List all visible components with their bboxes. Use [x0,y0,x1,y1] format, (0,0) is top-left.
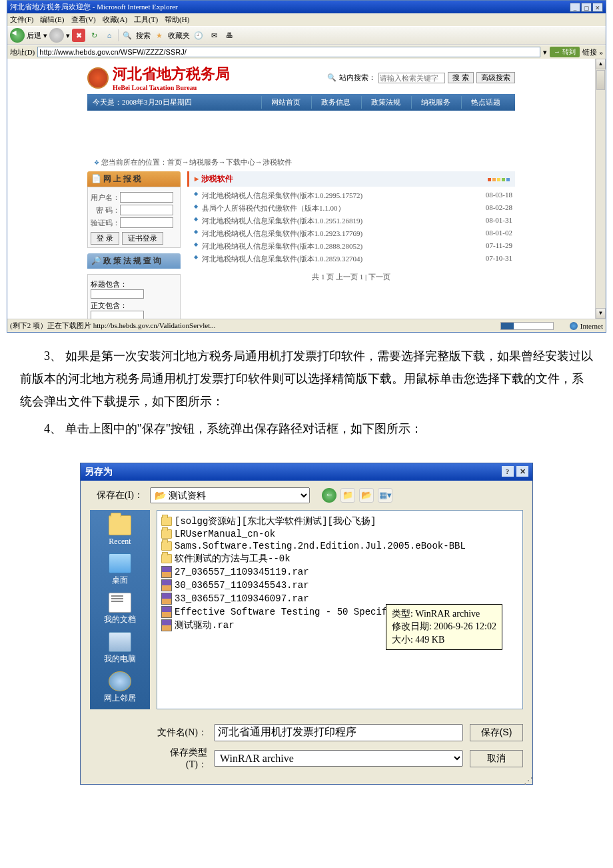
title-contains-label: 标题包含： [91,280,127,288]
nav-back-icon[interactable]: ← [322,488,336,503]
go-button[interactable]: → 转到 [550,47,580,57]
advanced-search-button[interactable]: 高级搜索 [476,72,515,83]
new-folder-icon[interactable]: 📂 [359,488,374,503]
more-icon[interactable] [486,174,510,184]
savein-select[interactable]: 📂 测试资料 [150,487,310,503]
stop-icon[interactable]: ✖ [72,29,85,42]
main-content: ▸涉税软件 ◆河北地税纳税人信息采集软件(版本1.0.2995.17572)08… [187,171,515,319]
address-input[interactable] [37,47,540,57]
pager[interactable]: 共 1 页 上一页 1 | 下一页 [187,272,515,282]
paragraph-4: 4、 单击上图中的"保存"按钮，系统弹出保存路径对话框，如下图所示： [20,417,593,440]
place-recent[interactable]: Recent [109,515,131,547]
folder-icon [161,541,172,551]
links-label[interactable]: 链接 [582,47,597,57]
list-item[interactable]: ◆河北地税纳税人信息采集软件(版本1.0.2923.17769)08-01-02 [187,227,515,240]
scroll-thumb[interactable] [596,70,605,90]
login-button[interactable]: 登 录 [91,232,119,245]
filetype-select[interactable]: WinRAR archive [214,750,463,767]
file-item[interactable]: 33_036557_1109346097.rar [161,592,518,605]
print-icon[interactable]: 🖶 [223,29,236,42]
places-bar: Recent 桌面 我的文档 我的电脑 网上邻居 [90,510,150,709]
file-item[interactable]: 30_036557_1109345543.rar [161,579,518,592]
favorites-icon[interactable]: ★ [153,29,166,42]
search-button[interactable]: 搜 索 [448,72,474,83]
list-item[interactable]: ◆河北地税纳税人信息采集软件(版本1.0.2888.28052)07-11-29 [187,240,515,253]
zone-label: Internet [580,322,603,330]
file-item[interactable]: 软件测试的方法与工具--0k [161,552,518,565]
username-input[interactable] [120,192,173,203]
document-text: 3、 如果是第一次安装河北地方税务局通用机打发票打印软件，需要选择完整版下载，如… [0,333,613,456]
file-item[interactable]: [solgg资源站][东北大学软件测试][我心飞扬] [161,515,518,528]
scroll-down-icon[interactable]: ▼ [596,308,606,319]
search-label: 搜索 [136,31,151,41]
file-item[interactable]: 27_036557_1109345119.rar [161,565,518,579]
savein-row: 保存在(I)： 📂 测试资料 ← 📁 📂 ▦▾ [81,481,532,510]
menu-favorites[interactable]: 收藏(A) [103,15,127,25]
scrollbar[interactable]: ▲ ▼ [595,59,606,319]
history-icon[interactable]: 🕘 [192,29,205,42]
ie-menubar: 文件(F) 编辑(E) 查看(V) 收藏(A) 工具(T) 帮助(H) [7,13,606,26]
address-dropdown[interactable]: ▾ [543,48,547,57]
home-icon[interactable]: ⌂ [103,29,116,42]
view-menu-icon[interactable]: ▦▾ [378,488,392,503]
maximize-button[interactable]: ▢ [581,3,592,12]
list-item[interactable]: ◆河北地税纳税人信息采集软件(版本1.0.2995.17572)08-03-18 [187,189,515,202]
file-list[interactable]: [solgg资源站][东北大学软件测试][我心飞扬] LRUserManual_… [157,510,523,709]
file-item[interactable]: LRUserManual_cn-ok [161,528,518,540]
list-item[interactable]: ◆河北地税纳税人信息采集软件(版本1.0.2951.26819)08-01-31 [187,215,515,227]
menu-help[interactable]: 帮助(H) [165,15,189,25]
resize-grip[interactable]: ⋰ [81,779,532,784]
ie-titlebar: 河北省地方税务局欢迎您 - Microsoft Internet Explore… [7,1,606,13]
list-item[interactable]: ◆县局个人所得税代扣代缴软件（版本1.1.00）08-02-28 [187,202,515,215]
paragraph-3: 3、 如果是第一次安装河北地方税务局通用机打发票打印软件，需要选择完整版下载，如… [20,345,593,413]
nav-bar: 今天是：2008年3月20日星期四 网站首页 政务信息 政策法规 纳税服务 热点… [87,94,515,111]
menu-tools[interactable]: 工具(T) [134,15,158,25]
forward-button[interactable] [49,28,64,43]
ie-addressbar: 地址(D) ▾ → 转到 链接 » [7,45,606,59]
file-item[interactable]: Sams.Software.Testing.2nd.Edition.Jul.20… [161,540,518,552]
place-network[interactable]: 网上邻居 [104,671,136,704]
password-input[interactable] [120,205,173,215]
mail-icon[interactable]: ✉ [207,29,221,42]
nav-topics[interactable]: 热点话题 [461,96,510,109]
dialog-close-button[interactable]: ✕ [516,466,528,477]
captcha-input[interactable] [120,217,173,228]
cancel-button[interactable]: 取消 [470,750,523,767]
save-button[interactable]: 保存(S) [470,724,523,741]
filename-input[interactable] [214,724,463,741]
status-bar: (剩下2 项）正在下载图片 http://bs.hebds.gov.cn/Val… [7,319,606,332]
scroll-up-icon[interactable]: ▲ [596,59,606,69]
menu-view[interactable]: 查看(V) [71,15,96,25]
back-dropdown[interactable]: ▾ [43,31,47,40]
magnifier-icon: 🔍 [327,73,336,82]
nav-policy[interactable]: 政策法规 [361,96,410,109]
close-button[interactable]: ✕ [592,3,603,12]
place-computer[interactable]: 我的电脑 [104,632,136,665]
search-icon[interactable]: 🔍 [121,29,134,42]
place-documents[interactable]: 我的文档 [104,593,136,625]
save-as-dialog: 另存为 ? ✕ 保存在(I)： 📂 测试资料 ← 📁 📂 ▦▾ Recent 桌… [80,463,533,785]
nav-service[interactable]: 纳税服务 [411,96,460,109]
menu-file[interactable]: 文件(F) [10,15,33,25]
folder-icon [161,554,172,563]
nav-govinfo[interactable]: 政务信息 [311,96,360,109]
back-button[interactable]: ◄ [10,28,25,43]
site-title-cn: 河北省地方税务局 [113,64,230,84]
breadcrumb: ❖ 您当前所在的位置：首页→纳税服务→下载中心→涉税软件 [94,157,515,167]
fwd-dropdown[interactable]: ▾ [66,31,70,40]
menu-edit[interactable]: 编辑(E) [40,15,64,25]
minimize-button[interactable]: _ [570,3,580,12]
help-button[interactable]: ? [502,466,514,477]
cert-login-button[interactable]: 证书登录 [122,232,163,245]
up-folder-icon[interactable]: 📁 [340,488,355,503]
list-item[interactable]: ◆河北地税纳税人信息采集软件(版本1.0.2859.32704)07-10-31 [187,253,515,265]
body-contains-input[interactable] [91,311,144,319]
site-search: 🔍 站内搜索： 搜 索 高级搜索 [327,72,515,83]
place-desktop[interactable]: 桌面 [109,553,131,586]
title-contains-input[interactable] [91,289,144,299]
search-input[interactable] [378,73,445,83]
nav-home[interactable]: 网站首页 [261,96,310,109]
refresh-icon[interactable]: ↻ [87,29,101,42]
query-panel: 标题包含： 正文包含： 年 度：全部 搜 索 高级查询 [87,274,181,319]
login-panel: 用户名： 密 码： 验证码： 登 录 证书登录 [87,187,181,248]
